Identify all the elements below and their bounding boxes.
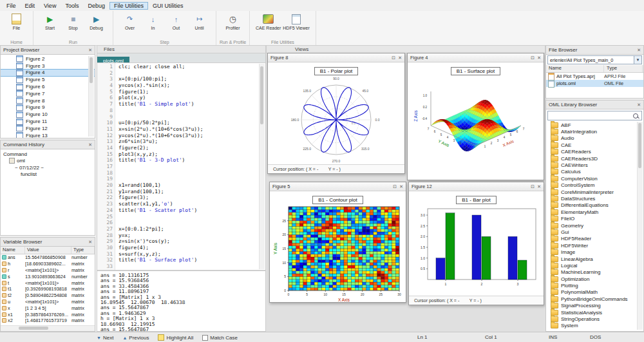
library-folder-item[interactable]: Audio xyxy=(546,135,643,142)
library-folder-item[interactable]: DataStructures xyxy=(546,195,643,202)
scrollbar[interactable] xyxy=(88,56,94,137)
toolbar-button[interactable]: CAE Reader xyxy=(256,13,281,30)
library-folder-item[interactable]: CoreMinimalInterpreter xyxy=(546,189,643,195)
close-icon[interactable]: ✕ xyxy=(637,102,641,108)
toolbar-button[interactable]: HDF5 Viewer xyxy=(283,13,310,30)
project-browser-item[interactable]: Figure 8 xyxy=(1,97,95,104)
library-folder-item[interactable]: ControlSystem xyxy=(546,182,643,189)
path-combobox[interactable]: erlenler/All Plot Types_main_0 ▼ xyxy=(547,55,642,64)
library-folder-item[interactable]: MachineLearning xyxy=(546,269,643,276)
column-header[interactable]: Type xyxy=(604,65,643,72)
library-folder-item[interactable]: Image xyxy=(546,249,643,255)
project-browser-item[interactable]: Figure 10 xyxy=(1,111,95,118)
float-icon[interactable]: ⊡ xyxy=(392,55,395,61)
library-folder-item[interactable]: FileIO xyxy=(546,215,643,222)
library-folder-item[interactable]: LinearAlgebra xyxy=(546,256,643,262)
library-folder-item[interactable]: CAEReaders3D xyxy=(546,155,643,162)
close-icon[interactable]: ✕ xyxy=(399,184,403,189)
figure-titlebar[interactable]: Figure 4 ⊡✕ xyxy=(408,53,544,62)
surface-plot-canvas[interactable]: 123456712345671.00.2-0.4X AxisY AxisZ Ax… xyxy=(410,76,542,180)
menu-item[interactable]: Tools xyxy=(61,2,83,10)
menu-item[interactable]: File xyxy=(2,2,21,10)
scrollbar[interactable] xyxy=(637,122,643,330)
scrollbar[interactable] xyxy=(259,64,265,269)
library-folder-item[interactable]: PythonBridgeOmlCommands xyxy=(546,296,643,302)
library-folder-item[interactable]: Geometry xyxy=(546,222,643,229)
bar-plot-canvas[interactable]: 0.51.01.52.02.53.0123 xyxy=(411,205,542,296)
code-area[interactable]: clc; clear; close all;x=[0:pi/100:pi];y=… xyxy=(115,63,265,270)
column-header[interactable]: Name xyxy=(546,65,604,72)
variable-row[interactable]: t <matrix[1x101]> matrix xyxy=(1,280,95,286)
highlight-all-button[interactable]: Highlight All xyxy=(158,334,193,341)
polar-plot-canvas[interactable]: 0.045.090.0135.0180.0225.0270.0315.00.5 xyxy=(270,76,402,162)
variable-row[interactable]: u <matrix[1x101]> matrix xyxy=(1,299,95,305)
project-browser-item[interactable]: Figure 9 xyxy=(1,104,95,111)
figure-titlebar[interactable]: Figure 8 ⊡✕ xyxy=(268,53,404,62)
project-browser-item[interactable]: Figure 13 xyxy=(1,132,95,138)
variable-row[interactable]: h [18.66903389602... matrix xyxy=(1,261,95,267)
float-icon[interactable]: ⊡ xyxy=(393,184,397,189)
menu-item[interactable]: Debug xyxy=(83,2,109,10)
column-header[interactable]: Type xyxy=(71,247,95,254)
close-icon[interactable]: ✕ xyxy=(537,55,541,61)
search-icon[interactable] xyxy=(633,113,638,119)
library-folder-item[interactable]: CAEWriters xyxy=(546,162,643,168)
project-browser-item[interactable]: Figure 4 xyxy=(1,70,95,77)
figure-window-4[interactable]: Figure 4 ⊡✕ B1 - Surface plot 1234567123… xyxy=(407,53,544,180)
output-console[interactable]: ans = 10.1316175ans = 15.9368456ans = 33… xyxy=(97,271,266,332)
figure-titlebar[interactable]: Figure 5 ⊡✕ xyxy=(270,182,406,191)
library-folder-item[interactable]: HDF5Reader xyxy=(546,236,643,242)
variable-row[interactable]: ans 15.5647866850908 number xyxy=(1,254,95,261)
close-icon[interactable]: ✕ xyxy=(88,240,92,245)
library-folder-item[interactable]: HDF5Writer xyxy=(546,242,643,249)
variable-row[interactable]: t1 [0.39269908193818 matrix xyxy=(1,286,95,292)
close-icon[interactable]: ✕ xyxy=(637,48,641,53)
toolbar-button[interactable]: ↑ Out xyxy=(166,13,187,30)
figure-window-5[interactable]: Figure 5 ⊡✕ B1 - Contour plot 0510152025… xyxy=(269,182,406,303)
close-icon[interactable]: ✕ xyxy=(88,48,92,53)
project-browser-item[interactable]: Figure 3 xyxy=(1,62,95,70)
library-folder-item[interactable]: Plotting xyxy=(546,282,643,289)
figure-titlebar[interactable]: Figure 12 ⊡✕ xyxy=(409,182,544,191)
library-folder-item[interactable]: StatisticalAnalysis xyxy=(546,309,643,316)
library-folder-item[interactable]: StringOperations xyxy=(546,316,643,322)
library-folder-item[interactable]: Calculus xyxy=(546,169,643,175)
library-folder-item[interactable]: ABF xyxy=(546,122,643,128)
menu-item[interactable]: View xyxy=(39,2,61,10)
library-folder-item[interactable]: SignalProcessing xyxy=(546,303,643,309)
toolbar-button[interactable]: ■ Stop xyxy=(62,13,84,30)
library-folder-item[interactable]: AltairIntegration xyxy=(546,128,643,135)
variable-row[interactable]: t2 [0.58904862254808 matrix xyxy=(1,292,95,299)
library-folder-item[interactable]: CAEReaders xyxy=(546,149,643,155)
library-folder-item[interactable]: System xyxy=(546,323,643,329)
library-folder-item[interactable]: Gui xyxy=(546,229,643,235)
figure-window-12[interactable]: Figure 12 ⊡✕ B1 - Bar plot 0.51.01.52.02… xyxy=(408,182,544,305)
library-folder-item[interactable]: ElementaryMath xyxy=(546,209,643,215)
close-icon[interactable]: ✕ xyxy=(398,55,402,61)
command-history-item[interactable]: oml xyxy=(1,158,95,165)
toolbar-button[interactable]: ↓ In xyxy=(142,13,164,30)
close-icon[interactable]: ✕ xyxy=(537,184,541,189)
command-history-item[interactable]: ~ 07/12/22 ~ xyxy=(1,164,95,171)
library-folder-item[interactable]: PolynomialMath xyxy=(546,289,643,296)
library-folder-item[interactable]: Logical xyxy=(546,262,643,269)
code-editor[interactable]: 1234567891011121314151617181920212223242… xyxy=(97,62,266,271)
contour-plot-canvas[interactable]: 0510152025300510152025X AxisY Axis xyxy=(272,205,404,302)
library-search-input[interactable] xyxy=(550,112,633,119)
command-history-item[interactable]: funclist xyxy=(1,171,95,178)
variable-row[interactable]: x1 [0.3857864376269... matrix xyxy=(1,311,95,318)
variable-row[interactable]: x2 [1.46817761573719 matrix xyxy=(1,318,95,324)
library-folder-item[interactable]: ComputerVision xyxy=(546,175,643,182)
float-icon[interactable]: ⊡ xyxy=(531,55,535,61)
menu-item[interactable]: GUI Utilities xyxy=(148,2,188,10)
library-search-box[interactable] xyxy=(547,111,642,120)
menu-item[interactable]: File Utilities xyxy=(109,2,148,10)
project-browser-item[interactable]: Figure 12 xyxy=(1,125,95,132)
toolbar-button[interactable]: ▶ Debug xyxy=(86,13,107,30)
library-folder-item[interactable]: DifferentialEquations xyxy=(546,202,643,209)
toolbar-button[interactable]: ↦ Until xyxy=(189,13,210,30)
horizontal-scrollbar[interactable] xyxy=(1,325,95,331)
project-browser-item[interactable]: Figure 6 xyxy=(1,83,95,90)
menu-item[interactable]: Edit xyxy=(21,2,40,10)
file-row[interactable]: plots.oml OML File xyxy=(546,80,643,87)
